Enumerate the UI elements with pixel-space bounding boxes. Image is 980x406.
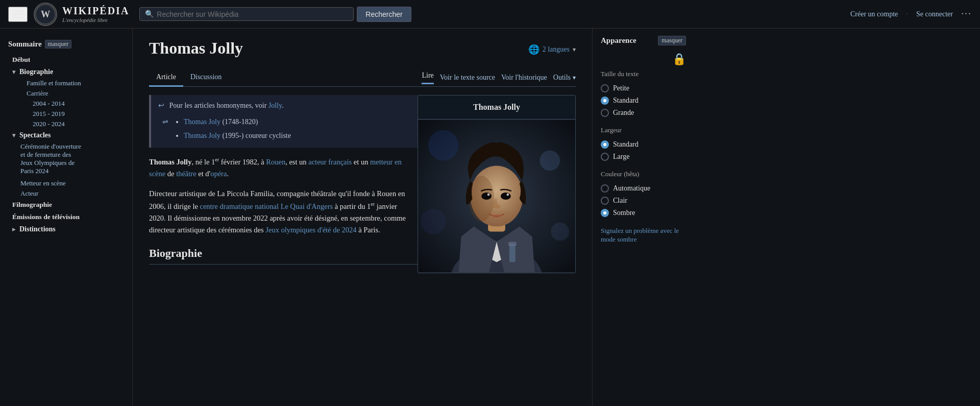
color-clair-row[interactable]: Clair <box>601 195 686 207</box>
appearance-title: Apparence <box>601 36 636 45</box>
text-size-petite-label: Petite <box>613 84 629 92</box>
tab-lire[interactable]: Lire <box>422 71 433 84</box>
rouen-link[interactable]: Rouen <box>266 158 285 166</box>
infobox: Thomas Jolly <box>418 95 576 273</box>
text-size-standard-row[interactable]: Standard <box>601 94 686 107</box>
sidebar-item-distinctions[interactable]: ▸ Distinctions <box>0 223 132 235</box>
svg-point-13 <box>487 193 490 196</box>
color-sombre-radio[interactable] <box>601 209 609 217</box>
theatre-link[interactable]: théâtre <box>176 170 196 178</box>
disambig-link-1995[interactable]: Thomas Joly <box>184 132 220 139</box>
sidebar-item-carriere[interactable]: Carrière <box>0 88 132 99</box>
acteur-francais-link[interactable]: acteur français <box>308 158 352 166</box>
color-automatique-radio[interactable] <box>601 184 609 193</box>
text-size-grande-radio[interactable] <box>601 109 609 117</box>
sidebar-item-famille[interactable]: Famille et formation <box>0 78 132 88</box>
tab-discussion[interactable]: Discussion <box>183 69 229 87</box>
infobox-title: Thomas Jolly <box>418 95 575 120</box>
sommaire-title: Sommaire <box>8 40 42 49</box>
tab-actions: Lire Voir le texte source Voir l'histori… <box>422 71 576 84</box>
sidebar-item-debut[interactable]: Début <box>0 54 132 66</box>
hamburger-menu-button[interactable] <box>8 7 28 22</box>
logo-icon: W <box>34 3 57 26</box>
page-title: Thomas Jolly <box>149 39 243 58</box>
svg-point-12 <box>501 193 511 200</box>
text-size-label: Taille du texte <box>601 70 686 78</box>
svg-text:W: W <box>41 9 50 19</box>
text-size-standard-radio[interactable] <box>601 97 609 105</box>
tab-historique[interactable]: Voir l'historique <box>501 74 547 82</box>
svg-point-6 <box>551 222 569 241</box>
search-area: 🔍 <box>139 7 354 21</box>
sidebar-item-metteur[interactable]: Metteur en scène <box>0 178 132 188</box>
sidebar: Sommaire masquer Début ▾ Biographie Fami… <box>0 29 133 406</box>
appearance-panel: Apparence masquer 🔒 Taille du texte Peti… <box>592 29 694 406</box>
color-clair-label: Clair <box>613 197 627 205</box>
sidebar-item-acteur[interactable]: Acteur <box>0 188 132 199</box>
sidebar-item-biographie[interactable]: ▾ Biographie <box>0 66 132 78</box>
svg-point-5 <box>421 208 446 234</box>
disambig-redirect-icon: ↩ <box>158 102 164 109</box>
article-tabs: Article Discussion Lire Voir le texte so… <box>149 69 576 87</box>
disambig-arrows-icon: ⇌ <box>162 116 168 128</box>
chevron-down-icon: ▾ <box>12 68 15 76</box>
main-layout: Sommaire masquer Début ▾ Biographie Fami… <box>0 29 980 406</box>
list-item: Thomas Joly (1748-1820) <box>184 115 291 129</box>
sidebar-item-ceremonie[interactable]: Cérémonie d'ouvertureet de fermeture des… <box>0 141 132 176</box>
text-size-petite-row[interactable]: Petite <box>601 82 686 94</box>
jeux-olympiques-link[interactable]: Jeux olympiques d'été de 2024 <box>265 226 356 234</box>
chevron-down-icon-spectacles: ▾ <box>12 132 15 139</box>
tab-voir-source[interactable]: Voir le texte source <box>440 74 495 82</box>
appearance-masquer-badge[interactable]: masquer <box>658 36 686 45</box>
languages-link[interactable]: 2 langues <box>543 45 570 54</box>
sidebar-item-2004-2014[interactable]: 2004 - 2014 <box>0 99 132 109</box>
text-size-grande-row[interactable]: Grande <box>601 107 686 119</box>
create-account-link[interactable]: Créer un compte <box>850 10 898 18</box>
disambig-list: Thomas Joly (1748-1820) Thomas Joly (199… <box>184 115 291 142</box>
text-size-section: Taille du texte Petite Standard Grande <box>601 70 686 119</box>
tab-article[interactable]: Article <box>149 69 183 87</box>
search-button[interactable]: Rechercher <box>357 7 411 22</box>
login-link[interactable]: Se connecter <box>916 10 953 18</box>
color-section: Couleur (bêta) Automatique Clair Sombre <box>601 170 686 219</box>
search-input[interactable] <box>157 10 348 18</box>
width-standard-radio[interactable] <box>601 140 609 149</box>
width-standard-label: Standard <box>613 140 639 149</box>
color-sombre-row[interactable]: Sombre <box>601 207 686 219</box>
svg-rect-16 <box>509 244 516 262</box>
disambig-jolly-link[interactable]: Jolly <box>268 102 282 109</box>
color-clair-radio[interactable] <box>601 197 609 205</box>
sidebar-item-2020-2024[interactable]: 2020 - 2024 <box>0 119 132 129</box>
color-sombre-label: Sombre <box>613 209 635 217</box>
more-options-button[interactable]: ··· <box>961 8 972 20</box>
wikipedia-logo[interactable]: W WIKIPÉDIA L'encyclopédie libre <box>34 3 129 26</box>
disambig-link-1748[interactable]: Thomas Joly <box>184 118 220 126</box>
svg-point-4 <box>540 150 560 171</box>
width-standard-row[interactable]: Standard <box>601 138 686 151</box>
svg-point-3 <box>428 130 459 160</box>
chevron-right-icon-distinctions: ▸ <box>12 226 15 233</box>
centre-dramatique-link[interactable]: centre dramatique national Le Quai d'Ang… <box>200 202 333 210</box>
sidebar-item-2015-2019[interactable]: 2015 - 2019 <box>0 109 132 119</box>
text-size-standard-label: Standard <box>613 97 639 105</box>
sommaire-masquer-badge[interactable]: masquer <box>45 40 72 49</box>
opera-link[interactable]: opéra <box>210 170 227 178</box>
svg-rect-15 <box>484 210 509 220</box>
sidebar-item-emissions[interactable]: Émissions de télévision <box>0 211 132 223</box>
article-body: Thomas Jolly <box>149 95 576 281</box>
languages-chevron-icon: ▾ <box>573 46 576 54</box>
color-automatique-row[interactable]: Automatique <box>601 182 686 195</box>
width-large-row[interactable]: Large <box>601 151 686 163</box>
sidebar-item-spectacles[interactable]: ▾ Spectacles <box>0 129 132 141</box>
sommaire-header: Sommaire masquer <box>0 37 132 54</box>
width-label: Largeur <box>601 126 686 134</box>
outils-chevron-icon: ▾ <box>573 74 576 82</box>
appearance-header: Apparence masquer <box>601 36 686 45</box>
tab-outils[interactable]: Outils ▾ <box>553 74 576 82</box>
report-problem-link[interactable]: Signalez un problème avec le mode sombre <box>601 227 679 243</box>
sidebar-item-filmographie[interactable]: Filmographie <box>0 199 132 211</box>
infobox-image <box>418 120 575 273</box>
text-size-petite-radio[interactable] <box>601 84 609 92</box>
width-large-radio[interactable] <box>601 153 609 161</box>
search-icon: 🔍 <box>145 10 154 18</box>
